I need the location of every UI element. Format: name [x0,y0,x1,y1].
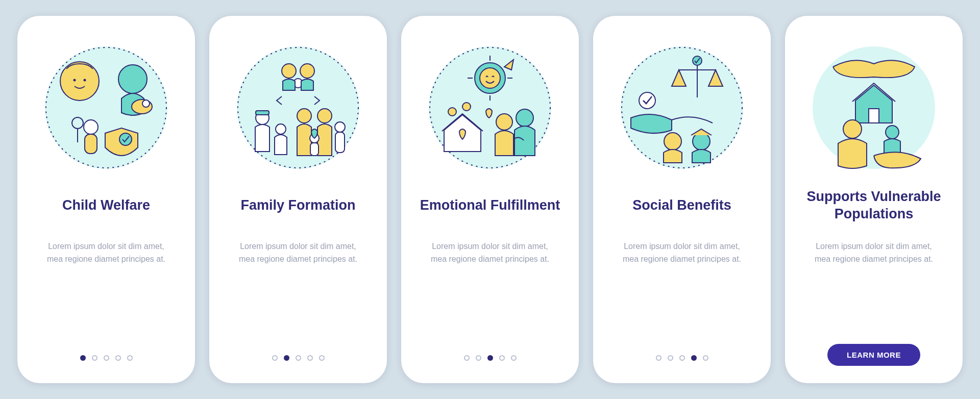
svg-rect-19 [256,111,269,115]
svg-point-45 [843,120,862,138]
dot-1[interactable] [668,355,673,361]
svg-point-24 [335,122,345,132]
svg-point-7 [142,100,150,107]
dot-3[interactable] [115,355,121,361]
dot-3[interactable] [499,355,505,361]
dot-1[interactable] [476,355,481,361]
svg-point-4 [84,79,86,82]
onboarding-card-4: Supports Vulnerable Populations Lorem ip… [785,16,963,383]
dot-2[interactable] [487,355,493,361]
dot-1[interactable] [284,355,289,361]
onboarding-card-1: Family Formation Lorem ipsum dolor sit d… [209,16,387,383]
svg-point-30 [480,68,500,88]
card-desc: Lorem ipsum dolor sit dim amet, mea regi… [416,240,564,266]
dot-0[interactable] [80,355,86,361]
svg-point-5 [118,65,147,93]
svg-rect-23 [310,143,318,156]
svg-point-32 [462,103,471,111]
svg-point-42 [693,133,710,150]
onboarding-card-3: Social Benefits Lorem ipsum dolor sit di… [593,16,771,383]
pagination-dots [593,355,771,361]
svg-rect-9 [85,134,97,154]
svg-point-3 [74,79,76,82]
svg-point-8 [84,120,98,134]
svg-point-26 [276,124,286,134]
card-desc: Lorem ipsum dolor sit dim amet, mea regi… [800,240,947,266]
pagination-dots [209,355,387,361]
onboarding-card-2: Emotional Fulfillment Lorem ipsum dolor … [401,16,579,383]
dot-3[interactable] [691,355,697,361]
pagination-dots [17,355,195,361]
card-desc: Lorem ipsum dolor sit dim amet, mea regi… [33,240,180,266]
vulnerable-populations-icon [807,41,940,174]
card-title: Child Welfare [62,188,150,223]
dot-4[interactable] [127,355,133,361]
emotional-fulfillment-icon [424,41,556,174]
svg-point-10 [119,133,132,145]
card-title: Family Formation [240,188,355,223]
svg-point-31 [448,108,456,116]
family-formation-icon [232,41,364,174]
svg-rect-25 [335,132,345,153]
svg-point-20 [297,109,311,123]
svg-point-15 [282,64,296,78]
dot-1[interactable] [92,355,97,361]
card-title: Emotional Fulfillment [420,188,560,223]
dot-2[interactable] [679,355,685,361]
child-welfare-icon [40,41,173,174]
svg-point-33 [496,114,512,130]
card-title: Social Benefits [632,188,731,223]
card-title: Supports Vulnerable Populations [800,188,947,223]
dot-4[interactable] [703,355,708,361]
svg-point-41 [664,133,681,150]
dot-2[interactable] [296,355,301,361]
svg-point-46 [886,126,899,139]
dot-4[interactable] [319,355,325,361]
svg-point-34 [516,109,533,127]
onboarding-card-0: Child Welfare Lorem ipsum dolor sit dim … [17,16,195,383]
dot-0[interactable] [464,355,470,361]
dot-0[interactable] [272,355,278,361]
social-benefits-icon [616,41,748,174]
dot-2[interactable] [104,355,109,361]
dot-4[interactable] [511,355,517,361]
svg-rect-44 [869,109,879,123]
svg-point-21 [317,109,332,123]
dot-3[interactable] [307,355,313,361]
dot-0[interactable] [656,355,662,361]
learn-more-button[interactable]: LEARN MORE [827,344,920,366]
svg-point-40 [639,92,655,109]
card-desc: Lorem ipsum dolor sit dim amet, mea regi… [225,240,372,266]
svg-point-16 [300,64,314,78]
pagination-dots [401,355,579,361]
card-desc: Lorem ipsum dolor sit dim amet, mea regi… [608,240,755,266]
svg-point-2 [60,62,99,101]
